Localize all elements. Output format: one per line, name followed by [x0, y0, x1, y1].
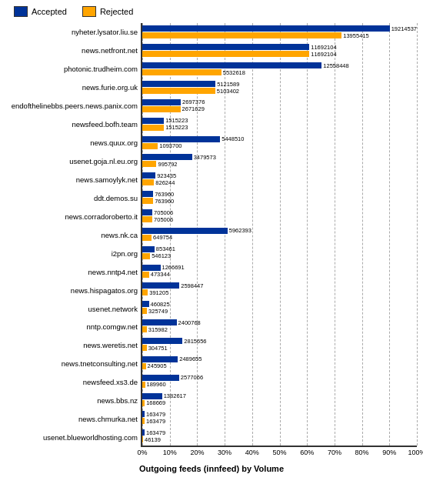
legend-accepted: Accepted	[14, 6, 67, 17]
bar-accepted	[142, 301, 149, 307]
bar-row-accepted: 2577066	[142, 375, 417, 381]
bar-group: 2489655245905	[142, 355, 417, 370]
y-label: newsfeed.bofh.team	[6, 121, 138, 129]
x-tick: 30%	[218, 449, 231, 456]
bar-row-accepted: 5448510	[142, 136, 417, 142]
bar-rejected	[142, 69, 221, 75]
y-label: news.samoylyk.net	[6, 176, 138, 184]
chart-title: Outgoing feeds (innfeed) by Volume	[6, 464, 417, 473]
bar-accepted-label: 763960	[155, 191, 174, 198]
y-label: nntp.comgw.net	[6, 323, 138, 331]
bar-accepted	[142, 319, 177, 325]
bar-group: 3479573995792	[142, 153, 417, 168]
bar-row-accepted: 5121589	[142, 81, 417, 87]
bar-rejected-label: 245905	[148, 362, 167, 369]
bar-accepted	[142, 411, 145, 417]
bar-group: 923435826244	[142, 172, 417, 186]
bar-accepted	[142, 356, 178, 362]
bar-rejected	[142, 51, 309, 57]
bar-group: 163479163479	[142, 410, 417, 425]
bar-accepted	[142, 136, 220, 142]
bar-accepted	[142, 246, 155, 252]
bar-row-rejected: 5532618	[142, 69, 417, 75]
grid-line	[417, 23, 418, 446]
bar-accepted-label: 2577066	[181, 374, 203, 381]
bar-row-accepted: 853461	[142, 246, 417, 252]
bar-rejected	[142, 32, 341, 38]
bar-rejected-label: 189960	[147, 381, 166, 388]
bar-group: 54485101093700	[142, 135, 417, 150]
bar-row-accepted: 1266691	[142, 265, 417, 271]
bar-accepted	[142, 393, 162, 399]
bar-accepted	[142, 228, 228, 234]
bar-rejected-label: 1093700	[159, 142, 182, 149]
bar-rejected	[142, 289, 148, 295]
bar-accepted-label: 19214537	[391, 25, 417, 32]
bar-group: 460825325749	[142, 300, 417, 315]
bar-accepted	[142, 44, 309, 50]
y-label: news.hispagatos.org	[6, 287, 138, 295]
y-label: news.corradoroberto.it	[6, 213, 138, 221]
bar-rejected	[142, 198, 153, 204]
bar-accepted-label: 2400768	[178, 319, 201, 326]
bar-accepted-label: 1266691	[162, 264, 185, 271]
bar-row-rejected: 304751	[142, 345, 417, 351]
bar-row-accepted: 2598447	[142, 282, 417, 289]
bar-row-rejected: 11692104	[142, 51, 417, 57]
bar-rejected	[142, 235, 152, 241]
bar-rejected	[142, 161, 156, 167]
bar-row-rejected: 995792	[142, 161, 417, 167]
bar-accepted	[142, 172, 155, 179]
bar-accepted	[142, 25, 390, 32]
x-tick: 90%	[382, 449, 396, 456]
bar-accepted-label: 11692104	[311, 44, 336, 51]
bar-accepted	[142, 99, 181, 105]
bar-row-accepted: 2697376	[142, 99, 417, 105]
bar-rejected	[142, 363, 146, 369]
bar-group: 705006705006	[142, 209, 417, 223]
bar-rejected	[142, 216, 152, 222]
legend-rejected: Rejected	[82, 6, 133, 17]
legend-accepted-box	[14, 6, 28, 17]
bar-group: 2577066189960	[142, 374, 417, 389]
bar-rejected	[142, 382, 145, 388]
x-tick: 50%	[272, 449, 286, 456]
legend-rejected-box	[82, 6, 96, 17]
bar-accepted-label: 12558448	[323, 62, 348, 69]
bar-row-accepted: 11692104	[142, 44, 417, 50]
bar-group: 853461546123	[142, 245, 417, 260]
bar-rejected-label: 705006	[154, 216, 173, 223]
bar-row-rejected: 46139	[142, 436, 417, 442]
bar-rejected-label: 304751	[148, 345, 168, 352]
bar-rejected	[142, 326, 147, 332]
bar-accepted	[142, 62, 321, 68]
y-label: news.nntp4.net	[6, 269, 138, 276]
bar-rejected-label: 46139	[145, 436, 161, 443]
bar-row-rejected: 1515223	[142, 125, 417, 131]
bar-accepted-label: 853461	[156, 245, 175, 252]
bar-group: 1266691473344	[142, 264, 417, 279]
bar-rejected-label: 11692104	[311, 51, 336, 58]
legend: Accepted Rejected	[6, 6, 417, 17]
y-label: ddt.demos.su	[6, 195, 138, 202]
bar-rejected-label: 1515223	[165, 124, 188, 131]
bar-row-accepted: 163479	[142, 429, 417, 436]
x-tick: 60%	[300, 449, 314, 456]
bar-rejected-label: 5532618	[223, 69, 245, 76]
y-label: usenet.goja.nl.eu.org	[6, 158, 138, 165]
y-labels: nyheter.lysator.liu.senews.netfront.netp…	[6, 23, 141, 447]
bar-rejected	[142, 179, 154, 185]
bar-rejected-label: 315982	[148, 326, 168, 333]
bar-group: 125584485532618	[142, 62, 417, 76]
y-label: i2pn.org	[6, 250, 138, 258]
x-tick: 40%	[245, 449, 259, 456]
bar-rejected	[142, 253, 150, 259]
bar-row-accepted: 460825	[142, 301, 417, 307]
bar-row-accepted: 923435	[142, 172, 417, 179]
bar-accepted-label: 2489655	[179, 355, 202, 362]
bar-row-rejected: 2671629	[142, 106, 417, 112]
x-tick: 80%	[355, 449, 369, 456]
bar-group: 26973762671629	[142, 98, 417, 113]
bar-rejected	[142, 436, 143, 442]
x-tick: 70%	[328, 449, 341, 456]
